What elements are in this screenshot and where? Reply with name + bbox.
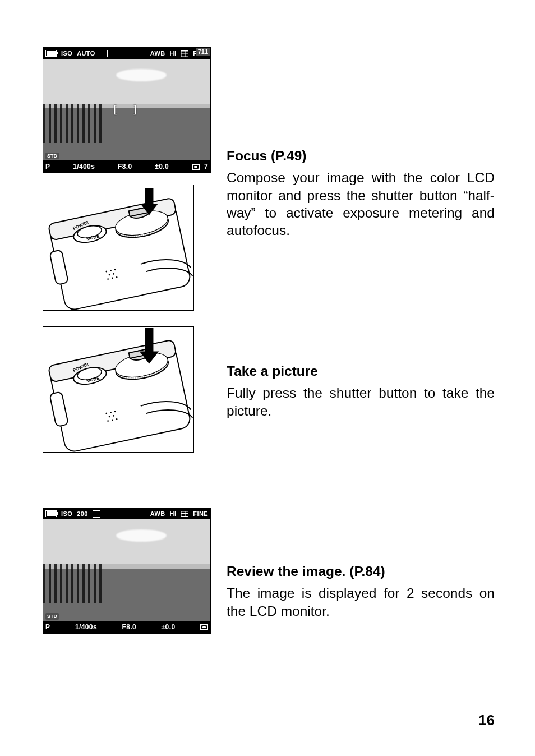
- lcd-bottom-bar: P 1/400s F8.0 ±0.0: [43, 621, 210, 633]
- aperture-value: F8.0: [122, 623, 136, 631]
- battery-icon: [45, 50, 57, 57]
- section-focus: ISO AUTO AWB HI FINE 711 [ ] STD: [43, 47, 495, 311]
- page-number: 16: [478, 712, 495, 729]
- af-remaining: 7: [204, 163, 208, 170]
- focus-heading: Focus (P.49): [227, 147, 495, 164]
- focus-body: Compose your image with the color LCD mo…: [227, 169, 495, 239]
- shutter-value: 1/400s: [73, 163, 95, 170]
- std-badge: STD: [45, 613, 59, 620]
- ev-value: ±0.0: [155, 163, 169, 170]
- section-take-images: POWER MODE: [43, 326, 211, 453]
- section-review: ISO 200 AWB HI FINE STD P: [43, 508, 495, 634]
- ev-value: ±0.0: [162, 623, 176, 631]
- iso-label: ISO: [61, 50, 72, 57]
- res-value: HI: [170, 50, 177, 57]
- lcd-preview-review: ISO 200 AWB HI FINE STD P: [43, 508, 211, 634]
- review-heading: Review the image. (P.84): [227, 563, 495, 580]
- lcd-preview-focus: ISO AUTO AWB HI FINE 711 [ ] STD: [43, 47, 211, 173]
- card-icon: [93, 510, 100, 518]
- lcd-top-bar: ISO AUTO AWB HI FINE: [43, 48, 210, 59]
- aperture-value: F8.0: [118, 163, 132, 170]
- wb-value: AWB: [150, 510, 165, 517]
- iso-label: ISO: [61, 510, 72, 517]
- iso-value: AUTO: [77, 50, 95, 57]
- mode-value: P: [45, 623, 50, 631]
- lcd-top-bar: ISO 200 AWB HI FINE: [43, 508, 210, 519]
- lcd-bottom-bar: P 1/400s F8.0 ±0.0 7: [43, 160, 210, 173]
- section-review-images: ISO 200 AWB HI FINE STD P: [43, 508, 211, 634]
- shutter-value: 1/400s: [75, 623, 97, 631]
- wb-value: AWB: [150, 50, 165, 57]
- shots-remaining: 711: [196, 48, 210, 56]
- focus-brackets-icon: [ ]: [112, 102, 142, 116]
- iso-value: 200: [77, 510, 88, 517]
- take-body: Fully press the shutter button to take t…: [227, 384, 495, 420]
- grid-icon: [181, 50, 188, 57]
- res-value: HI: [170, 510, 177, 517]
- quality-value: FINE: [193, 510, 208, 517]
- camera-diagram-half-press: POWER MODE: [43, 185, 194, 311]
- review-body: The image is displayed for 2 seconds on …: [227, 584, 495, 620]
- manual-page: ISO AUTO AWB HI FINE 711 [ ] STD: [0, 0, 535, 756]
- section-take: POWER MODE: [43, 326, 495, 453]
- section-focus-images: ISO AUTO AWB HI FINE 711 [ ] STD: [43, 47, 211, 311]
- take-heading: Take a picture: [227, 362, 495, 380]
- af-point-icon: [192, 164, 200, 170]
- af-point-icon: [200, 624, 208, 630]
- battery-icon: [45, 510, 57, 517]
- std-badge: STD: [45, 153, 59, 159]
- grid-icon: [181, 511, 188, 517]
- card-icon: [100, 50, 108, 57]
- camera-diagram-full-press: POWER MODE: [43, 326, 194, 453]
- mode-value: P: [45, 163, 50, 170]
